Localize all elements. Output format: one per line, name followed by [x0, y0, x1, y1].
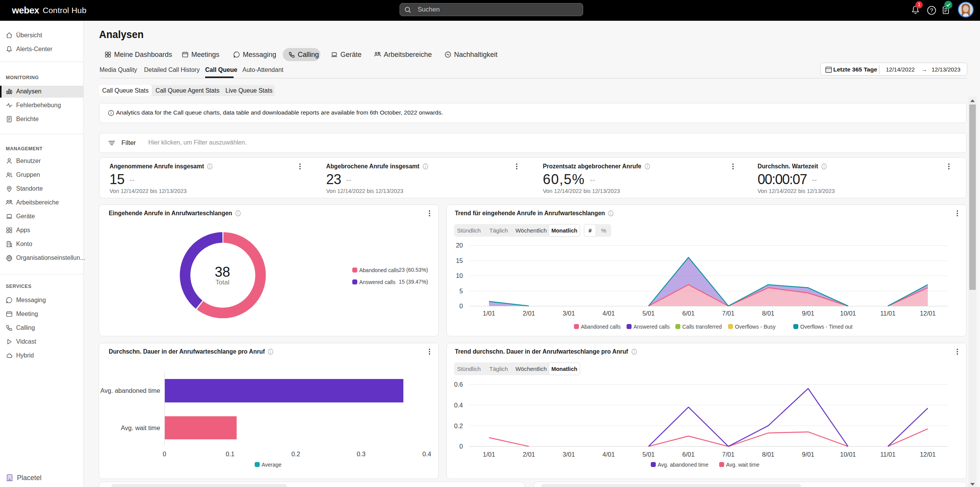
- svg-text:7/01: 7/01: [722, 451, 735, 458]
- svg-text:Avg. abandoned time: Avg. abandoned time: [100, 387, 160, 394]
- svg-text:0: 0: [459, 443, 463, 450]
- svg-text:3/01: 3/01: [563, 310, 575, 317]
- svg-text:10/01: 10/01: [840, 451, 856, 458]
- svg-text:12/01: 12/01: [920, 310, 935, 317]
- svg-text:0.3: 0.3: [357, 450, 366, 457]
- svg-text:0.4: 0.4: [454, 402, 463, 409]
- svg-text:8/01: 8/01: [762, 310, 774, 317]
- svg-text:9/01: 9/01: [802, 451, 814, 458]
- svg-text:5/01: 5/01: [642, 451, 655, 458]
- svg-text:4/01: 4/01: [602, 451, 615, 458]
- svg-text:8/01: 8/01: [762, 451, 774, 458]
- svg-text:0.2: 0.2: [454, 422, 463, 429]
- svg-text:15: 15: [456, 257, 463, 264]
- svg-text:5: 5: [459, 288, 463, 294]
- svg-text:7/01: 7/01: [722, 310, 735, 317]
- svg-text:5/01: 5/01: [642, 310, 655, 317]
- svg-text:10: 10: [456, 272, 463, 279]
- svg-text:38: 38: [215, 264, 230, 280]
- svg-text:2/01: 2/01: [523, 451, 535, 458]
- svg-text:0.1: 0.1: [226, 450, 235, 457]
- svg-text:1/01: 1/01: [483, 310, 495, 317]
- svg-text:0.2: 0.2: [292, 450, 300, 457]
- svg-text:6/01: 6/01: [682, 310, 695, 317]
- svg-text:0.4: 0.4: [423, 450, 431, 457]
- svg-text:0.6: 0.6: [454, 381, 463, 388]
- svg-text:1/01: 1/01: [483, 451, 495, 458]
- svg-text:Avg. wait time: Avg. wait time: [121, 424, 160, 431]
- svg-text:3/01: 3/01: [563, 451, 575, 458]
- svg-text:Total: Total: [216, 279, 229, 286]
- svg-text:20: 20: [456, 242, 463, 249]
- svg-text:11/01: 11/01: [880, 310, 895, 317]
- svg-text:2/01: 2/01: [523, 310, 535, 317]
- svg-text:6/01: 6/01: [682, 451, 695, 458]
- svg-text:0: 0: [459, 303, 463, 309]
- svg-text:4/01: 4/01: [602, 310, 615, 317]
- svg-text:0: 0: [163, 450, 166, 457]
- svg-text:9/01: 9/01: [802, 310, 814, 317]
- svg-text:10/01: 10/01: [840, 310, 856, 317]
- svg-text:12/01: 12/01: [920, 451, 935, 458]
- svg-text:11/01: 11/01: [880, 451, 895, 458]
